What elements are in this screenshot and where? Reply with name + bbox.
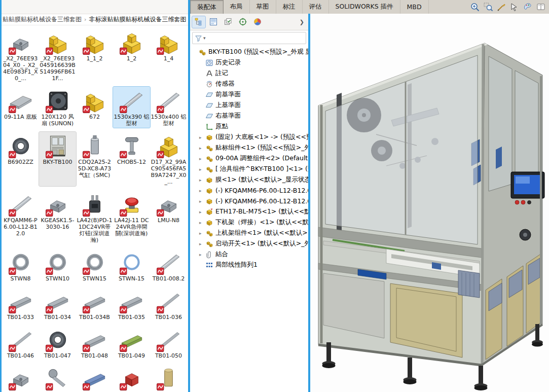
tree-item-2[interactable]: 註记 [190, 68, 308, 79]
solidworks-file-badge-icon [9, 268, 16, 275]
file-item-30[interactable]: TB01-046 [2, 326, 39, 360]
file-item-12[interactable]: CDQ2A25-25D-XC8-A73气缸（SMC) [76, 132, 113, 186]
expand-arrow-icon[interactable]: ▸ [199, 209, 205, 215]
file-item-7[interactable]: 672 [76, 87, 113, 128]
tab-featuremanager-design-tree[interactable] [192, 16, 205, 28]
file-item-17[interactable]: LA42(B)PD-11DC24VR带灯钮(深圳道瀚) [76, 190, 113, 244]
select-icon[interactable] [509, 2, 520, 12]
zoom-in-icon[interactable] [470, 2, 480, 12]
zoom-to-area-icon[interactable] [483, 2, 493, 12]
feature-tree-filter[interactable]: ▾ [192, 32, 306, 44]
file-item-0[interactable]: _X2_76EE9304_X0_-_X2_4E0983F1_X0_... [2, 28, 39, 83]
tree-item-9[interactable]: ▸贴标组件<1> (預設<<預設>_外 [190, 142, 308, 153]
expand-arrow-icon[interactable]: ▸ [199, 231, 205, 236]
file-item-14[interactable]: D17_X2_99AC905456FA5B9A7247_X0_... [150, 132, 187, 186]
file-item-8[interactable]: 1530x390 铝型材 [113, 87, 150, 128]
file-item-27[interactable]: TB01-034B [76, 287, 113, 322]
expand-arrow-icon[interactable]: ▸ [199, 135, 205, 140]
asm-icon [205, 240, 213, 248]
tree-item-10[interactable]: ▸09-00A 調整组件<2> (Default< [190, 153, 308, 164]
graphics-viewport[interactable] [310, 14, 549, 392]
file-item-29[interactable]: TB01-036 [150, 287, 187, 322]
tree-item-20[interactable]: 局部线性阵列1 [190, 260, 308, 270]
breadcrumb-parent[interactable]: 贴贴膜贴标机械设备三维套图 [3, 15, 82, 24]
ribbon-tab-3[interactable]: 标注 [276, 0, 303, 14]
file-item-26[interactable]: TB01-034 [39, 287, 76, 322]
tree-item-0[interactable]: BKY-TB100 (預設<<預設>_外观 显 [190, 47, 308, 57]
expand-arrow-icon[interactable]: ▸ [199, 220, 205, 225]
tree-item-15[interactable]: ▸ETH17-BL-M75<1> (默认<<默认 [190, 206, 308, 217]
ribbon-tab-2[interactable]: 草图 [250, 0, 276, 14]
file-item-21[interactable]: STWN10 [39, 248, 76, 283]
file-item-16[interactable]: KGEASK1.5-3030-16 [39, 190, 76, 244]
file-item-32[interactable]: TB01-048 [76, 326, 113, 360]
file-item-33[interactable]: TB01-049 [113, 326, 150, 360]
tab-dimxpertmanager[interactable] [236, 16, 249, 28]
tree-item-18[interactable]: ▸启动开关<1> (默认<<默认>_外 [190, 238, 308, 249]
file-item-10[interactable]: B6902ZZ [2, 132, 39, 186]
file-item-23[interactable]: STWN-15 [113, 248, 150, 283]
file-item-6[interactable]: 120X120 风扇 (SUNON) [39, 87, 76, 128]
file-item-36[interactable] [39, 364, 76, 392]
file-item-24[interactable]: TB01-008.2 [150, 248, 187, 283]
tree-item-1[interactable]: 历史记录 [190, 57, 308, 68]
file-item-11[interactable]: BKY-TB100 [39, 132, 76, 186]
ribbon-tab-6[interactable]: MBD [400, 0, 429, 14]
tree-item-8[interactable]: ▸(固定) 大底板<1> -> (預設<<預 [190, 132, 308, 142]
tree-item-13[interactable]: ▸(-) KFQAMM6-P6.00-L12-B12.0 [190, 185, 308, 196]
appearance-icon[interactable] [523, 2, 533, 12]
tree-item-16[interactable]: ▸下机架（焊接）<1> (默认<<默 [190, 217, 308, 228]
file-item-37[interactable] [76, 364, 113, 392]
ribbon-tab-4[interactable]: 评估 [303, 0, 329, 14]
tab-configurationmanager[interactable] [222, 16, 235, 28]
file-item-22[interactable]: STWN15 [76, 248, 113, 283]
tree-item-11[interactable]: ▸[ 治具组件^BKY-TB100 ]<1> (預 [190, 164, 308, 174]
file-item-9[interactable]: 1530x400 铝型材 [150, 87, 187, 128]
file-item-1[interactable]: _X2_76EE93045916639B514996FB611F... [39, 28, 76, 83]
file-item-35[interactable] [2, 364, 39, 392]
ribbon-tab-5[interactable]: SOLIDWORKS 插件 [329, 0, 400, 14]
ribbon-tab-0[interactable]: 装配体 [190, 0, 224, 14]
file-item-39[interactable] [150, 364, 187, 392]
file-item-28[interactable]: TB01-035 [113, 287, 150, 322]
annotate-icon[interactable] [496, 2, 506, 12]
file-item-5[interactable]: 09-11A 底板 [2, 87, 39, 128]
file-item-15[interactable]: KFQAMM6-P6.00-L12-B12.0 [2, 190, 39, 244]
expand-arrow-icon[interactable]: ▸ [199, 146, 205, 151]
file-item-label: TB01-034 [44, 314, 71, 320]
file-item-34[interactable]: TB01-050 [150, 326, 187, 360]
tree-item-5[interactable]: 上基準面 [190, 100, 308, 111]
expand-arrow-icon[interactable]: ▸ [199, 167, 205, 172]
ribbon-tab-1[interactable]: 布局 [224, 0, 250, 14]
file-item-38[interactable] [113, 364, 150, 392]
file-item-31[interactable]: TB01-047 [39, 326, 76, 360]
file-item-13[interactable]: CHOB5-12 [113, 132, 150, 186]
tree-item-7[interactable]: 原點 [190, 121, 308, 132]
tree-item-19[interactable]: ▸結合 [190, 249, 308, 260]
expand-arrow-icon[interactable]: ▸ [199, 177, 205, 183]
expand-arrow-icon[interactable]: ▸ [199, 188, 205, 193]
expand-arrow-icon[interactable]: ▸ [199, 241, 205, 246]
report-icon[interactable] [536, 2, 546, 12]
expand-arrow-icon[interactable]: ▸ [199, 199, 205, 204]
expand-arrow-icon[interactable]: ▸ [199, 156, 205, 161]
expand-arrow-icon[interactable]: ▸ [199, 252, 205, 257]
tree-item-6[interactable]: 右基準面 [190, 111, 308, 121]
file-item-4[interactable]: 1_4 [150, 28, 187, 83]
tree-item-12[interactable]: ▸膜<1> (默认<<默认>_显示状态 [190, 174, 308, 185]
file-item-19[interactable]: LMU-N8 [150, 190, 187, 244]
tree-item-4[interactable]: 前基準面 [190, 89, 308, 100]
tab-displaymanager[interactable] [251, 16, 264, 28]
tree-item-17[interactable]: ▸上机架组件<1> (默认<<默认> [190, 228, 308, 238]
tab-propertymanager[interactable] [207, 16, 220, 28]
file-item-25[interactable]: TB01-033 [2, 287, 39, 322]
panel-flyout-arrow[interactable]: ❯ [298, 19, 306, 25]
breadcrumb-current[interactable]: 非标滚贴贴膜贴标机械设备三维套图 [89, 15, 186, 24]
featuremanager-design-tree-icon [194, 17, 203, 26]
file-item-3[interactable]: 1_2 [113, 28, 150, 83]
file-item-2[interactable]: 1_1_2 [76, 28, 113, 83]
file-item-18[interactable]: LA42J-11 DC24VR急停開關(深圳道瀚) [113, 190, 150, 244]
tree-item-14[interactable]: ▸(-) KFQAMM6-P6.00-L12-B12.0 [190, 196, 308, 206]
tree-item-3[interactable]: 传感器 [190, 79, 308, 89]
file-item-20[interactable]: STWN8 [2, 248, 39, 283]
